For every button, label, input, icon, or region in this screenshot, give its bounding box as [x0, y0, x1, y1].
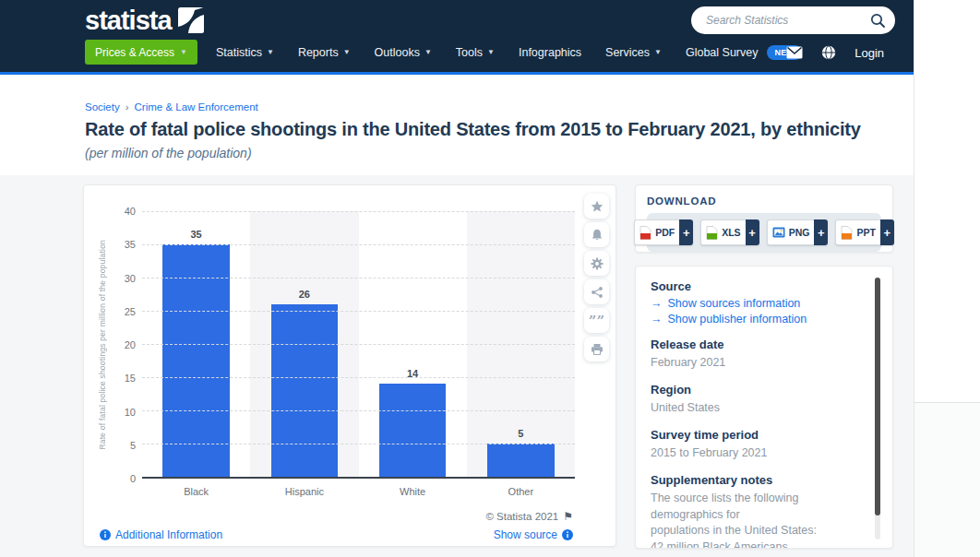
info-icon [562, 529, 573, 540]
breadcrumb-society[interactable]: Society [85, 101, 120, 113]
nav-label: Tools [456, 46, 483, 59]
mail-icon[interactable] [786, 46, 803, 59]
search-box [691, 6, 895, 34]
pdf-label: PDF [655, 227, 675, 238]
share-button[interactable] [584, 279, 609, 304]
x-label-other: Other [467, 486, 575, 497]
breadcrumb-separator: › [125, 101, 129, 113]
settings-button[interactable] [584, 251, 609, 276]
chart-card: Rate of fatal police shootings per milli… [83, 184, 616, 547]
nav-item-global-survey[interactable]: Global Survey [686, 46, 759, 59]
scrollbar-thumb[interactable] [875, 278, 880, 516]
browser-side-area [914, 0, 980, 557]
print-button[interactable] [584, 337, 609, 361]
nav-items: Statistics ▼ Reports ▼ Outlooks ▼ Tools … [216, 45, 802, 60]
cite-button[interactable]: ”” [584, 308, 609, 333]
chart-toolbar: ”” [584, 194, 609, 361]
region-heading: Region [651, 383, 855, 397]
release-date-value: February 2021 [651, 355, 855, 371]
arrow-right-icon: → [651, 313, 663, 326]
page: statista Prices & Access ▼ [0, 0, 980, 557]
show-source-link[interactable]: Show source [494, 528, 573, 541]
favorite-button[interactable] [584, 194, 609, 219]
ppt-file-icon [841, 226, 853, 240]
gridline [142, 410, 575, 411]
plus-icon: + [679, 219, 693, 245]
xls-label: XLS [722, 227, 740, 238]
nav-item-services[interactable]: Services ▼ [605, 46, 662, 59]
download-heading: DOWNLOAD [647, 196, 881, 207]
statista-logo-icon [178, 7, 204, 33]
y-tick: 10 [108, 407, 136, 418]
download-card: DOWNLOAD PDF + [635, 184, 893, 253]
breadcrumb: Society › Crime & Law Enforcement [85, 101, 914, 113]
download-xls-button[interactable]: XLS + [700, 219, 759, 245]
y-tick: 20 [108, 339, 136, 350]
scrollbar-track[interactable] [875, 278, 880, 539]
search-input[interactable] [691, 14, 869, 27]
gridline [142, 244, 575, 245]
supplementary-notes-heading: Supplementary notes [651, 473, 855, 487]
nav-item-tools[interactable]: Tools ▼ [456, 46, 495, 59]
statista-logo[interactable]: statista [85, 5, 204, 36]
search-icon[interactable] [869, 12, 886, 29]
bar-chart-plot: 35 26 14 5 [142, 211, 575, 479]
nav-item-reports[interactable]: Reports ▼ [298, 46, 351, 59]
source-heading: Source [651, 279, 855, 293]
nav-label: Outlooks [375, 46, 420, 59]
nav-item-infographics[interactable]: Infographics [519, 46, 581, 59]
gridline [142, 311, 575, 312]
alert-button[interactable] [584, 222, 609, 247]
gear-icon [591, 257, 604, 270]
login-link[interactable]: Login [855, 46, 884, 60]
page-content: statista Prices & Access ▼ [0, 0, 914, 557]
flag-icon[interactable]: ⚑ [563, 510, 573, 523]
y-tick: 15 [108, 373, 136, 384]
globe-icon[interactable] [821, 45, 836, 60]
show-sources-information-link[interactable]: → Show sources information [651, 297, 855, 310]
link-label: Show sources information [668, 297, 801, 310]
nav-item-outlooks[interactable]: Outlooks ▼ [375, 46, 432, 59]
chevron-down-icon: ▼ [654, 49, 662, 56]
gridline [142, 377, 575, 378]
chevron-down-icon: ▼ [180, 49, 187, 56]
chevron-down-icon: ▼ [343, 49, 351, 56]
plus-icon: + [746, 219, 759, 245]
breadcrumb-crime-law[interactable]: Crime & Law Enforcement [135, 101, 258, 113]
additional-information-link[interactable]: Additional Information [100, 528, 222, 541]
bar-value-label: 5 [467, 428, 575, 439]
download-png-button[interactable]: PNG + [767, 219, 829, 245]
plus-icon: + [814, 219, 828, 245]
side-panel-edge [914, 0, 980, 403]
x-label-black: Black [142, 486, 250, 497]
download-ppt-main: PPT [835, 219, 879, 245]
prices-access-button[interactable]: Prices & Access ▼ [85, 40, 197, 65]
png-label: PNG [789, 227, 810, 238]
nav-item-statistics[interactable]: Statistics ▼ [216, 46, 274, 59]
download-ppt-button[interactable]: PPT + [835, 219, 893, 245]
download-pdf-main: PDF [634, 219, 679, 245]
region-value: United States [651, 400, 855, 416]
gridline [142, 344, 575, 345]
y-tick: 35 [108, 239, 136, 250]
nav-label: Global Survey [686, 46, 759, 59]
show-publisher-information-link[interactable]: → Show publisher information [651, 313, 855, 326]
y-tick: 40 [108, 206, 136, 217]
plus-icon: + [880, 219, 894, 245]
gridline [142, 444, 575, 444]
page-subtitle: (per million of the population) [85, 146, 914, 160]
release-date-block: Release date February 2021 [651, 338, 855, 371]
bar-value-label: 26 [250, 289, 358, 300]
source-block: Source → Show sources information → Show… [651, 279, 855, 326]
additional-information-label: Additional Information [115, 528, 222, 541]
png-image-icon [772, 227, 785, 238]
page-head: Society › Crime & Law Enforcement Rate o… [0, 75, 914, 160]
header-right: Login [786, 45, 884, 60]
y-tick: 0 [108, 473, 136, 484]
star-icon [591, 200, 604, 213]
nav-label: Statistics [216, 46, 262, 59]
download-pdf-button[interactable]: PDF + [634, 219, 693, 245]
bar-black [162, 244, 230, 477]
release-date-heading: Release date [651, 338, 855, 351]
y-tick: 30 [108, 273, 136, 284]
